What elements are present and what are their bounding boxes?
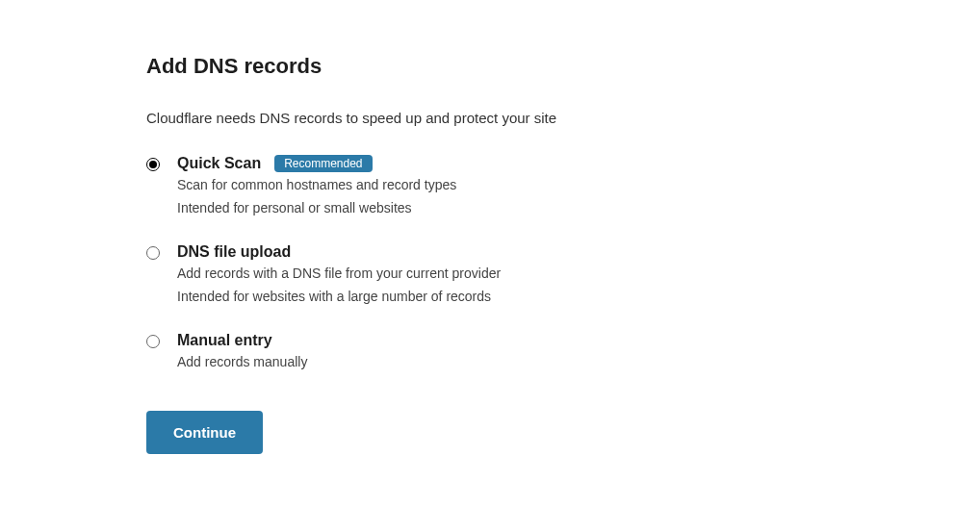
option-dns-file-upload[interactable]: DNS file upload Add records with a DNS f… — [146, 243, 674, 307]
option-desc-line: Add records with a DNS file from your cu… — [177, 264, 501, 284]
option-desc-line: Intended for personal or small websites — [177, 198, 456, 218]
option-desc-line: Scan for common hostnames and record typ… — [177, 175, 456, 195]
option-title: Quick Scan — [177, 155, 261, 172]
page-subtitle: Cloudflare needs DNS records to speed up… — [146, 110, 674, 126]
option-manual-entry[interactable]: Manual entry Add records manually — [146, 332, 674, 372]
continue-button[interactable]: Continue — [146, 411, 263, 454]
radio-manual-entry[interactable] — [146, 335, 160, 348]
radio-dns-file-upload[interactable] — [146, 246, 160, 260]
option-title: Manual entry — [177, 332, 272, 349]
options-group: Quick Scan Recommended Scan for common h… — [146, 155, 674, 372]
page-title: Add DNS records — [146, 54, 674, 79]
radio-quick-scan[interactable] — [146, 158, 160, 171]
option-desc-line: Intended for websites with a large numbe… — [177, 287, 501, 307]
option-title: DNS file upload — [177, 243, 291, 261]
recommended-badge: Recommended — [274, 155, 372, 172]
option-desc-line: Add records manually — [177, 352, 307, 372]
option-quick-scan[interactable]: Quick Scan Recommended Scan for common h… — [146, 155, 674, 218]
